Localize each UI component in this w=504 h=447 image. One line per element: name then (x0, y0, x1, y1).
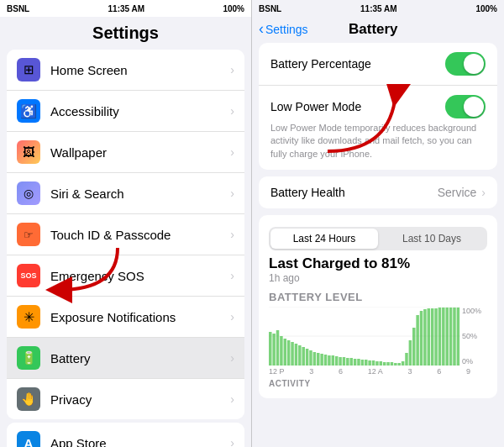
tab-last24[interactable]: Last 24 Hours (270, 229, 378, 249)
charge-sub: 1h ago (269, 272, 487, 284)
chart-y-labels: 100% 50% 0% (460, 307, 487, 365)
privacy-label: Privacy (50, 392, 230, 407)
battery-percentage-toggle[interactable] (445, 52, 486, 76)
settings-item-privacy[interactable]: 🤚 Privacy › (7, 379, 244, 419)
svg-rect-45 (420, 311, 423, 365)
low-power-sublabel: Low Power Mode temporarily reduces backg… (270, 122, 486, 160)
toggle-knob (464, 54, 484, 74)
svg-rect-21 (332, 355, 335, 365)
x-label-12p: 12 P (269, 367, 285, 376)
low-power-mode-row: Low Power Mode Low Power Mode temporaril… (259, 86, 497, 170)
svg-rect-26 (349, 358, 353, 365)
svg-rect-29 (361, 360, 365, 365)
svg-rect-23 (339, 357, 342, 365)
svg-rect-19 (324, 355, 328, 365)
exposure-icon: ✳ (17, 305, 40, 329)
settings-item-home-screen[interactable]: ⊞ Home Screen › (7, 50, 244, 91)
svg-rect-17 (317, 353, 320, 365)
wallpaper-label: Wallpaper (50, 145, 230, 160)
y-label-0: 0% (462, 357, 487, 365)
wallpaper-icon: 🖼 (17, 140, 40, 164)
settings-item-battery[interactable]: 🔋 Battery › (7, 338, 244, 379)
chart-title: BATTERY LEVEL (269, 291, 487, 303)
time-tab-row: Last 24 Hours Last 10 Days (269, 227, 487, 250)
right-header: ‹ Settings Battery (252, 17, 504, 43)
battery-toggles-card: Battery Percentage Low Power Mode Low Po… (259, 43, 497, 170)
touchid-icon: ☞ (17, 223, 40, 246)
settings-item-appstore[interactable]: A App Store › (7, 423, 244, 447)
battery-chevron-icon: › (230, 351, 234, 365)
sos-icon: SOS (17, 264, 40, 287)
svg-rect-31 (368, 360, 371, 365)
accessibility-icon: ♿ (17, 99, 40, 123)
svg-rect-14 (306, 349, 309, 365)
settings-item-sos[interactable]: SOS Emergency SOS › (7, 255, 244, 297)
settings-item-accessibility[interactable]: ♿ Accessibility › (7, 91, 244, 132)
siri-label: Siri & Search (50, 187, 230, 201)
svg-rect-9 (287, 340, 291, 365)
svg-rect-36 (386, 362, 390, 365)
back-label: Settings (265, 23, 308, 36)
left-carrier: BSNL (7, 4, 29, 13)
home-screen-icon: ⊞ (17, 58, 40, 82)
svg-rect-35 (383, 362, 386, 365)
x-label-12a: 12 A (368, 367, 383, 376)
settings-title: Settings (0, 24, 251, 43)
svg-rect-42 (409, 340, 412, 365)
battery-health-value: Service (438, 186, 477, 199)
chart-bars (269, 307, 460, 365)
svg-rect-47 (428, 308, 431, 365)
back-button[interactable]: ‹ Settings (259, 20, 308, 38)
settings-section-1: ⊞ Home Screen › ♿ Accessibility › 🖼 Wall… (7, 50, 244, 419)
battery-label: Battery (50, 351, 230, 365)
x-label-6a: 6 (339, 367, 343, 376)
x-label-3a: 3 (309, 367, 313, 376)
svg-rect-53 (449, 308, 453, 365)
sos-label: Emergency SOS (50, 269, 230, 283)
toggle-knob-2 (464, 97, 484, 117)
battery-health-row[interactable]: Battery Health Service › (259, 176, 497, 208)
settings-section-2: A App Store › 💳 Wallet › (7, 423, 244, 447)
battery-percentage-label: Battery Percentage (270, 57, 445, 71)
svg-rect-25 (346, 358, 349, 365)
svg-rect-43 (412, 328, 416, 365)
svg-rect-22 (335, 356, 339, 365)
right-time: 11:35 AM (360, 4, 397, 13)
left-time: 11:35 AM (108, 4, 145, 13)
settings-item-siri[interactable]: ◎ Siri & Search › (7, 173, 244, 214)
settings-item-touchid[interactable]: ☞ Touch ID & Passcode › (7, 214, 244, 255)
svg-rect-16 (313, 352, 317, 365)
svg-rect-54 (453, 308, 456, 365)
touchid-chevron-icon: › (230, 228, 234, 241)
low-power-label: Low Power Mode (270, 100, 445, 113)
svg-rect-4 (269, 332, 272, 365)
settings-item-exposure[interactable]: ✳ Exposure Notifications › (7, 297, 244, 338)
settings-item-wallpaper[interactable]: 🖼 Wallpaper › (7, 132, 244, 173)
svg-rect-34 (380, 361, 383, 365)
exposure-chevron-icon: › (230, 310, 234, 323)
svg-rect-49 (434, 308, 438, 365)
svg-rect-37 (391, 362, 394, 365)
low-power-row-inner: Low Power Mode (270, 95, 486, 118)
home-screen-label: Home Screen (50, 63, 230, 77)
privacy-icon: 🤚 (17, 387, 40, 411)
home-screen-chevron-icon: › (230, 63, 234, 76)
siri-icon: ◎ (17, 181, 40, 205)
svg-rect-15 (309, 350, 312, 365)
battery-percentage-row: Battery Percentage (259, 43, 497, 86)
svg-rect-30 (365, 360, 368, 365)
svg-rect-40 (402, 361, 405, 365)
x-label-6: 6 (437, 367, 441, 376)
svg-rect-48 (431, 308, 434, 365)
accessibility-chevron-icon: › (230, 104, 234, 118)
left-header: Settings (0, 17, 251, 46)
low-power-toggle[interactable] (445, 95, 486, 118)
right-battery: 100% (475, 4, 497, 13)
y-label-100: 100% (462, 307, 487, 315)
right-title: Battery (349, 21, 398, 38)
svg-rect-38 (394, 363, 397, 365)
svg-rect-27 (354, 359, 357, 365)
tab-last10[interactable]: Last 10 Days (378, 229, 486, 249)
svg-rect-50 (438, 308, 442, 365)
wallpaper-chevron-icon: › (230, 145, 234, 159)
